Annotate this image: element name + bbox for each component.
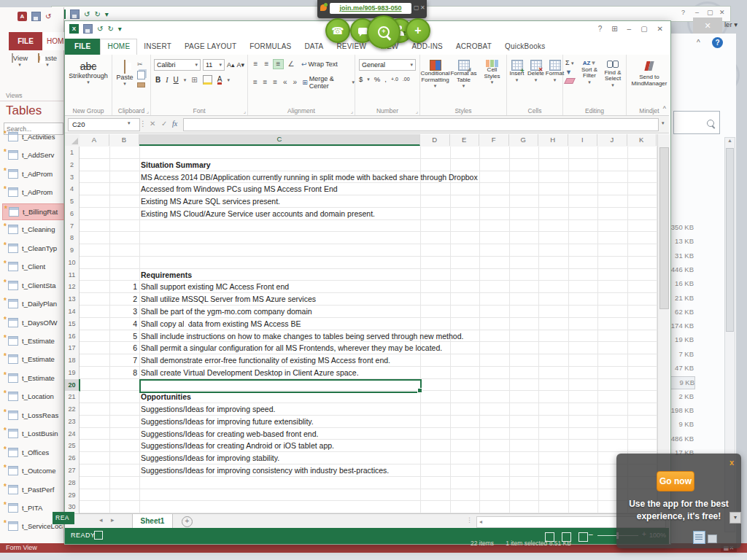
- percent-style-button[interactable]: %: [374, 75, 380, 83]
- dropdown-icon[interactable]: ▾: [367, 77, 370, 82]
- cut-icon[interactable]: ✂: [137, 61, 145, 68]
- fill-icon[interactable]: ▼: [565, 69, 574, 76]
- cell-styles-button[interactable]: Cell Styles ▾: [479, 60, 506, 90]
- table-item-t_PastPerf[interactable]: t_PastPerf: [2, 482, 63, 497]
- row-header-23[interactable]: 23: [65, 416, 80, 429]
- align-left-icon[interactable]: ≡: [251, 78, 260, 87]
- row-header-25[interactable]: 25: [65, 440, 80, 453]
- top-align-icon[interactable]: ≡: [251, 60, 260, 69]
- wrap-text-button[interactable]: Wrap Text: [309, 61, 338, 68]
- clear-icon[interactable]: [564, 78, 576, 84]
- minimize-icon[interactable]: –: [695, 9, 699, 16]
- maximize-icon[interactable]: ▢: [640, 25, 647, 33]
- tab-formulas[interactable]: FORMULAS: [243, 39, 298, 55]
- cell-C17[interactable]: Shall permit a singular configuration fo…: [141, 342, 442, 354]
- sheet-grid[interactable]: 1234567891011121314151617181920212223242…: [65, 147, 657, 513]
- cell-B17[interactable]: 6: [109, 342, 139, 354]
- table-item-t_Cleaning[interactable]: t_Cleaning: [2, 222, 63, 237]
- insert-function-icon[interactable]: fx: [172, 120, 177, 128]
- row-header-29[interactable]: 29: [65, 489, 80, 502]
- row-header-10[interactable]: 10: [65, 257, 80, 270]
- merge-center-button[interactable]: Merge & Center: [309, 75, 351, 90]
- tab-acrobat[interactable]: ACROBAT: [449, 39, 498, 55]
- conditional-formatting-button[interactable]: Conditional Formatting ▾: [422, 60, 449, 90]
- cell-C26[interactable]: Suggestions/Ideas for improving stabilit…: [141, 452, 279, 464]
- column-header-C[interactable]: C: [139, 134, 420, 146]
- tab-home[interactable]: HOME: [100, 39, 137, 55]
- align-right-icon[interactable]: ≡: [271, 78, 279, 87]
- column-header-H[interactable]: H: [538, 134, 568, 146]
- minimize-icon[interactable]: –: [627, 25, 632, 33]
- cell-B19[interactable]: 8: [109, 367, 139, 379]
- redo-icon[interactable]: ↻: [107, 25, 113, 33]
- cell-C18[interactable]: Shall demonstrate error-free functionali…: [141, 354, 390, 367]
- cell-B12[interactable]: 1: [109, 281, 139, 293]
- increase-indent-icon[interactable]: »: [291, 78, 300, 87]
- align-center-icon[interactable]: ≡: [261, 78, 270, 87]
- row-header-4[interactable]: 4: [65, 183, 80, 196]
- font-size-select[interactable]: 11▾: [203, 59, 225, 71]
- send-to-mindmanager-button[interactable]: Send to MindManager: [627, 61, 672, 87]
- row-header-26[interactable]: 26: [65, 452, 80, 465]
- joinme-call-button[interactable]: ☎: [325, 18, 350, 43]
- sheet-tab-sheet1[interactable]: Sheet1: [132, 514, 173, 529]
- cell-C22[interactable]: Suggestions/Ideas for improving speed.: [141, 403, 275, 416]
- joinme-zoom-button[interactable]: +: [367, 15, 400, 49]
- close-icon[interactable]: ✕: [420, 4, 425, 11]
- help-icon[interactable]: ?: [681, 9, 685, 16]
- name-box-dropdown-icon[interactable]: ▾: [128, 120, 131, 126]
- underline-dropdown-icon[interactable]: ▾: [184, 77, 187, 83]
- column-header-A[interactable]: A: [80, 134, 109, 146]
- splitter-dots-icon[interactable]: ⋮: [466, 516, 473, 524]
- cell-C25[interactable]: Suggestions/Ideas for creating Android o…: [141, 440, 334, 452]
- row-header-11[interactable]: 11: [65, 269, 80, 282]
- column-header-J[interactable]: J: [597, 134, 627, 146]
- dialog-launcher-icon[interactable]: ⌟: [416, 109, 418, 114]
- row-header-6[interactable]: 6: [65, 208, 80, 221]
- cell-C21[interactable]: Opportunities: [141, 391, 191, 403]
- maximize-icon[interactable]: ▢: [707, 9, 713, 16]
- cell-C27[interactable]: Suggestions/Ideas for improving consiste…: [141, 464, 389, 477]
- tab-data[interactable]: DATA: [298, 39, 330, 55]
- orientation-icon[interactable]: ∠: [285, 60, 297, 69]
- cell-C4[interactable]: Accessed from Windows PCs using MS Acces…: [141, 183, 338, 195]
- column-header-G[interactable]: G: [509, 134, 539, 146]
- table-item-t_CleanTyp[interactable]: t_CleanTyp: [2, 241, 63, 256]
- minimize-icon[interactable]: ▢: [414, 4, 419, 11]
- format-cells-button[interactable]: Format ▾: [546, 60, 563, 83]
- table-item-t_BillingRat[interactable]: t_BillingRat: [2, 203, 64, 220]
- dialog-launcher-icon[interactable]: ⌟: [147, 109, 149, 114]
- cell-B16[interactable]: 5: [109, 330, 139, 343]
- format-painter-icon[interactable]: [137, 82, 145, 88]
- table-item-t_ClientSta[interactable]: t_ClientSta: [2, 278, 63, 293]
- decrease-indent-icon[interactable]: «: [281, 78, 290, 87]
- table-item-t_Estimate[interactable]: t_Estimate: [2, 351, 63, 367]
- dialog-launcher-icon[interactable]: ⌟: [351, 109, 353, 114]
- page-break-view-icon[interactable]: [578, 532, 588, 542]
- row-header-8[interactable]: 8: [65, 232, 80, 245]
- row-header-19[interactable]: 19: [65, 367, 80, 380]
- save-icon[interactable]: [83, 24, 93, 34]
- row-header-3[interactable]: 3: [65, 171, 80, 184]
- row-header-13[interactable]: 13: [65, 293, 80, 306]
- table-item-t_Client[interactable]: t_Client: [2, 259, 63, 274]
- row-header-28[interactable]: 28: [65, 477, 80, 490]
- user-name-fragment[interactable]: ler ▾: [724, 20, 738, 28]
- cell-C5[interactable]: Existing MS Azure SQL services present.: [141, 195, 280, 208]
- insert-cells-button[interactable]: Insert ▾: [508, 60, 525, 83]
- cell-B18[interactable]: 7: [109, 354, 139, 367]
- font-color-dropdown-icon[interactable]: ▾: [227, 77, 230, 83]
- collapse-ribbon-icon[interactable]: ^: [663, 105, 666, 112]
- collapse-icon[interactable]: ^: [697, 39, 700, 47]
- row-header-9[interactable]: 9: [65, 244, 80, 257]
- table-item-t_Estimate[interactable]: t_Estimate: [2, 370, 63, 386]
- autosum-icon[interactable]: Σ ▾: [565, 59, 574, 66]
- undo-icon[interactable]: ↺: [97, 25, 103, 33]
- font-color-icon[interactable]: A: [217, 76, 222, 85]
- help-icon[interactable]: ?: [712, 37, 723, 48]
- fill-handle[interactable]: [417, 388, 422, 393]
- formula-input[interactable]: [183, 118, 659, 131]
- table-item-t_AddServ[interactable]: t_AddServ: [2, 147, 63, 163]
- row-header-2[interactable]: 2: [65, 159, 80, 172]
- sort-filter-button[interactable]: AZ▼ Sort & Filter ▾: [579, 61, 600, 88]
